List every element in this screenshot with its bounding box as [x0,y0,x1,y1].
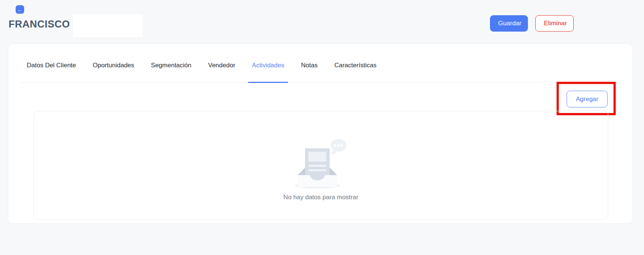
tab-notas[interactable]: Notas [297,62,321,83]
tab-caracter-sticas[interactable]: Características [331,62,380,83]
tab-actividades[interactable]: Actividades [248,62,288,83]
document-icon [305,148,330,175]
tabs: Datos Del ClienteOportunidadesSegmentaci… [21,44,620,83]
delete-button[interactable]: Eliminar [535,15,574,32]
tab-datos-del-cliente[interactable]: Datos Del Cliente [23,62,80,83]
empty-state-message: No hay datos para mostrar [283,194,358,201]
tab-vendedor[interactable]: Vendedor [205,62,239,83]
chat-bubble-icon [330,139,346,155]
redacted-area [73,14,142,37]
client-detail-card: Datos Del ClienteOportunidadesSegmentaci… [8,43,633,224]
arrow-left-icon: ← [17,6,23,13]
empty-inbox-icon [293,137,349,188]
empty-state-panel: No hay datos para mostrar [33,111,608,220]
add-button[interactable]: Agregar [567,91,608,107]
save-button[interactable]: Guardar [490,15,528,32]
page-title: FRANCISCO [9,19,70,30]
tab-oportunidades[interactable]: Oportunidades [89,62,138,83]
back-button[interactable]: ← [16,5,24,14]
tab-segmentaci-n[interactable]: Segmentación [147,62,195,83]
